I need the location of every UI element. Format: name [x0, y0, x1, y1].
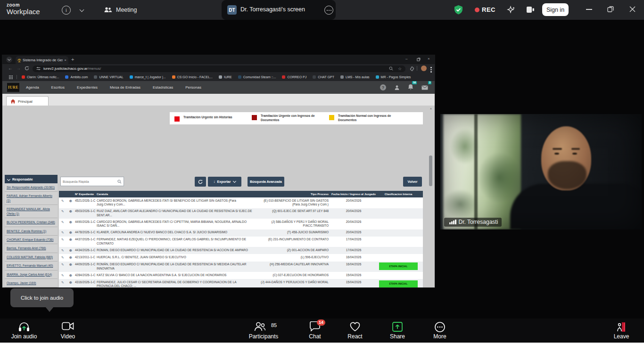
app-menu-item[interactable]: Agenda: [26, 85, 39, 90]
tab-options-icon[interactable]: [324, 6, 333, 15]
table-row[interactable]: 4437/2026-1-C FERNANDEZ, MATIAS EZEQUIEL…: [59, 237, 423, 247]
edit-row-icon[interactable]: [59, 199, 66, 204]
table-row[interactable]: 4521/2026-1-C CARDOZO BORDON, GABRIELA M…: [59, 197, 423, 208]
participants-button[interactable]: Participants 85: [244, 319, 283, 343]
sidebar-responsable-link[interactable]: COLUSSI MATTAR, Fabiola (680): [5, 253, 58, 262]
browser-restore-icon[interactable]: [417, 57, 421, 61]
back-icon[interactable]: ←: [8, 66, 13, 71]
expand-row-icon[interactable]: [66, 262, 75, 267]
scroll-up-icon[interactable]: ▲: [429, 107, 432, 110]
edit-row-icon[interactable]: [59, 230, 66, 235]
sidebar-responsable-link[interactable]: FERNANDEZ MANULAK, Alicia Ofelia (1): [5, 205, 58, 218]
reload-icon[interactable]: [25, 66, 29, 71]
edit-row-icon[interactable]: [59, 209, 66, 214]
table-row[interactable]: 4503/2026-1-C RUIZ DIAZ, AMILCAR OSCAR A…: [59, 208, 423, 219]
leave-button[interactable]: Leave: [603, 319, 640, 343]
refresh-button[interactable]: [195, 177, 206, 187]
tab-meeting[interactable]: Meeting: [104, 0, 137, 20]
sidebar-responsable-link[interactable]: FARIAS, Adrian Fernando Alberto (1): [5, 192, 58, 205]
browser-close-icon[interactable]: ×: [428, 57, 430, 61]
table-row[interactable]: 4316/2026-1-C FERNANDEZ, JULIO CESAR C/ …: [59, 279, 423, 287]
expand-row-icon[interactable]: [66, 280, 75, 285]
sign-in-button[interactable]: Sign in: [542, 3, 569, 16]
user-icon[interactable]: [394, 85, 400, 90]
expand-row-icon[interactable]: [66, 220, 75, 225]
side-panel-icon[interactable]: [526, 6, 535, 14]
table-row[interactable]: 4490/2026-1-C CARDOZO BORDON, GABRIELA M…: [59, 219, 423, 229]
expand-row-icon[interactable]: [66, 273, 75, 278]
new-tab-icon[interactable]: +: [71, 57, 74, 62]
close-icon[interactable]: [629, 6, 636, 12]
info-icon[interactable]: i: [62, 6, 71, 15]
site-settings-icon[interactable]: [36, 66, 41, 71]
profile-avatar[interactable]: [421, 66, 427, 71]
edit-row-icon[interactable]: [59, 248, 66, 253]
expand-row-icon[interactable]: [66, 199, 75, 204]
app-menu-item[interactable]: Estadísticas: [153, 85, 173, 90]
expand-row-icon[interactable]: [66, 255, 75, 260]
video-button[interactable]: Video: [48, 319, 88, 343]
table-row[interactable]: 4478/2026-1-C KLANER, CAROLINA ANDREA C/…: [59, 229, 423, 237]
messages-mail[interactable]: 3: [421, 83, 428, 92]
edit-row-icon[interactable]: [59, 255, 66, 260]
expand-row-icon[interactable]: [66, 238, 75, 242]
edit-row-icon[interactable]: [59, 273, 66, 278]
extensions-icon[interactable]: [410, 66, 414, 71]
chevron-down-icon[interactable]: [80, 8, 84, 12]
quick-search-input[interactable]: [61, 180, 117, 183]
chat-button[interactable]: 14 Chat: [296, 319, 334, 343]
sidebar-responsable-link[interactable]: ERVETTO, Fernando Manuel (40): [5, 262, 58, 270]
edit-row-icon[interactable]: [59, 280, 66, 285]
table-row[interactable]: 4213/2011-1-C HUERCAL S.R.L. C/ BENITEZ,…: [59, 254, 423, 261]
table-row[interactable]: 4409/2026-1-C ROMÁN, DIEGO EDUARDO C/ MU…: [59, 262, 423, 272]
share-screen-button[interactable]: Share: [379, 319, 416, 343]
address-bar[interactable]: iurev2.justiciachaco.gov.ar/menus/ ☆: [33, 66, 405, 72]
bookmark-item[interactable]: LMS - Mís aulas: [340, 75, 370, 79]
app-menu-item[interactable]: Escritos: [51, 85, 65, 90]
exportar-button[interactable]: ↓ Exportar: [208, 177, 241, 187]
notifications-bell[interactable]: 58: [408, 83, 413, 92]
sidebar-responsable-link[interactable]: IBARRA, Jorge Carlos Ariel (614): [5, 270, 58, 279]
quick-search[interactable]: [60, 177, 124, 186]
tab-search-icon[interactable]: [6, 57, 12, 63]
bookmark-item[interactable]: Ambito.com: [65, 75, 88, 79]
bookmark-star-icon[interactable]: ☆: [398, 66, 402, 71]
sidebar-responsable-link[interactable]: BLOCH PEDERSEN, Cristian (348): [5, 218, 58, 227]
join-audio-button[interactable]: Join audio: [4, 319, 44, 343]
apps-grid-icon[interactable]: [9, 75, 13, 79]
bookmark-item[interactable]: MR - Pagos Simples: [376, 75, 411, 79]
sidebar-responsable-link[interactable]: Barrios, Fernando Ariel (766): [5, 244, 58, 253]
restore-window-icon[interactable]: [607, 6, 614, 12]
scrollbar-thumb[interactable]: [429, 156, 432, 186]
app-menu-item[interactable]: Mesa de Entradas: [110, 85, 140, 90]
bookmark-item[interactable]: UNNE VIRTUAL: [94, 75, 123, 79]
react-button[interactable]: React: [336, 319, 374, 343]
edit-row-icon[interactable]: [59, 220, 66, 225]
bookmark-item[interactable]: CS:GO Início - FACEL...: [172, 75, 213, 79]
minimize-icon[interactable]: [586, 9, 592, 10]
expand-row-icon[interactable]: [66, 248, 75, 253]
edit-row-icon[interactable]: [59, 262, 66, 267]
app-menu-item[interactable]: Expedientes: [77, 85, 98, 90]
app-menu-item[interactable]: Personas: [185, 85, 201, 90]
expand-row-icon[interactable]: [66, 209, 75, 214]
bookmark-item[interactable]: Comunidad Steam ::...: [238, 75, 276, 79]
bookmark-item[interactable]: IURE: [219, 75, 232, 79]
tab-shared-screen[interactable]: DT Dr. Torresagasti's screen: [222, 0, 336, 20]
browser-minimize-icon[interactable]: –: [405, 57, 407, 61]
sidebar-responsable-link[interactable]: Sin Responsable Asignado (31081): [5, 183, 58, 192]
more-button[interactable]: More: [421, 319, 459, 343]
tab-principal[interactable]: Principal: [6, 96, 49, 106]
webcam-video[interactable]: Dr. Torresagasti: [440, 114, 642, 229]
forward-icon[interactable]: →: [16, 66, 21, 71]
expand-row-icon[interactable]: [66, 230, 75, 235]
bookmark-item[interactable]: CORREO PJ: [282, 75, 306, 79]
volver-button[interactable]: Volver: [403, 177, 422, 187]
tab-close-icon[interactable]: ×: [64, 58, 66, 62]
help-icon[interactable]: ?: [380, 84, 386, 90]
browser-tab[interactable]: Sistema Integrado de Gestión ×: [16, 56, 68, 64]
sidebar-header[interactable]: Responsable: [5, 175, 58, 183]
ai-companion-icon[interactable]: [506, 5, 516, 15]
browser-menu-icon[interactable]: [430, 66, 432, 74]
bookmark-item[interactable]: CHAT GPT: [313, 75, 334, 79]
